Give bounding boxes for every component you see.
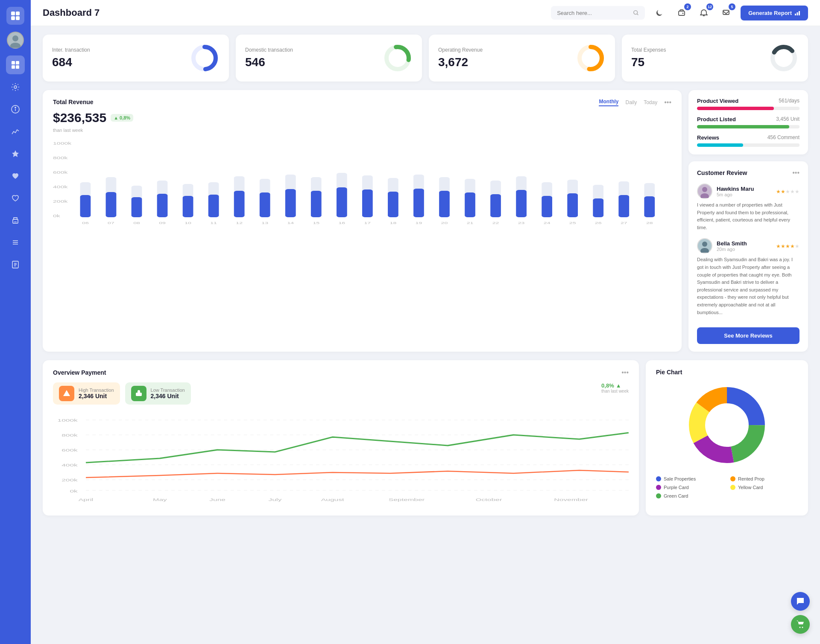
svg-text:400k: 400k [53,185,68,189]
revenue-sub: than last week [53,128,671,133]
wallet-icon-btn[interactable]: 2 [674,5,689,20]
chart-more-btn[interactable]: ••• [664,99,671,106]
stat-card-total-expenses: Total Expenses 75 [622,35,808,82]
review-item-1: Bella Smith 20m ago ★★★★★ Dealing with S… [697,238,800,316]
trans-badge-low: Low Transaction 2,346 Unit [125,382,191,405]
svg-rect-53 [132,197,142,217]
legend-dot-3 [730,485,735,490]
sidebar-item-info[interactable] [6,100,25,119]
dark-mode-toggle[interactable] [652,5,667,20]
sidebar-item-list[interactable] [6,233,25,252]
svg-text:13: 13 [261,221,268,224]
tab-daily[interactable]: Daily [625,99,637,105]
svg-rect-71 [362,189,373,217]
sidebar-item-heart[interactable] [6,166,25,185]
stat-value-3: 75 [631,55,666,69]
svg-text:18: 18 [390,221,397,224]
svg-rect-8 [16,61,19,64]
svg-text:800k: 800k [53,156,68,160]
transaction-badges: High Transaction 2,346 Unit Low Tr [53,382,629,405]
sidebar-item-settings[interactable] [6,78,25,96]
metrics-card: Product Viewed 561/days Product Listed 3… [688,90,808,154]
legend-label-2: Purple Card [664,485,689,490]
sidebar-item-analytics[interactable] [6,122,25,141]
sidebar-item-print[interactable] [6,211,25,230]
reviews-more-btn[interactable]: ••• [792,169,800,177]
legend-label-3: Yellow Card [738,485,763,490]
line-chart: 1000k 800k 600k 400k 200k 0k April May J… [53,411,629,505]
svg-text:10: 10 [184,221,191,224]
svg-rect-79 [465,192,475,217]
svg-rect-61 [234,191,245,217]
pie-legend: Sale Properties Rented Prop Purple Card … [656,476,798,498]
avatar[interactable] [7,32,24,49]
overview-header: Overview Payment ••• [53,369,629,376]
svg-rect-83 [516,190,527,217]
svg-text:27: 27 [621,221,627,224]
svg-rect-67 [311,191,322,217]
float-chat-button[interactable] [791,592,810,611]
stat-cards-row: Inter. transaction 684 Domestic transact… [43,35,808,82]
overview-pct: 0,8% [601,382,614,389]
svg-rect-31 [795,14,796,15]
svg-text:15: 15 [313,221,319,224]
low-trans-value: 2,346 Unit [151,393,185,399]
svg-rect-93 [644,196,655,217]
svg-rect-85 [542,196,552,217]
tab-today[interactable]: Today [644,99,657,105]
svg-rect-27 [679,11,685,15]
review-time-0: 5m ago [717,192,754,197]
high-trans-label: High Transaction [79,388,114,393]
customer-reviews-card: Customer Review ••• [688,161,808,352]
svg-rect-3 [16,16,20,20]
msg-badge: 5 [729,3,735,10]
metric-value-1: 3,456 Unit [776,116,800,122]
legend-dot-2 [656,485,661,490]
svg-rect-2 [11,16,15,20]
page-title: Dashboard 7 [43,7,544,18]
donut-0 [190,43,220,73]
svg-text:May: May [153,498,167,502]
svg-text:07: 07 [108,221,114,224]
sidebar-item-star[interactable] [6,144,25,163]
metric-row-2: Reviews 456 Comment [697,134,800,147]
svg-rect-123 [136,393,142,396]
svg-text:21: 21 [467,221,474,224]
float-cart-button[interactable] [791,615,810,634]
svg-rect-0 [11,12,15,15]
bell-icon-btn[interactable]: 12 [696,5,712,20]
chart-title: Total Revenue [53,99,94,105]
svg-text:25: 25 [569,221,576,224]
right-panel: Product Viewed 561/days Product Listed 3… [688,90,808,352]
svg-rect-69 [337,187,347,217]
chart-tabs: Monthly Daily Today [599,99,657,106]
svg-rect-33 [799,11,800,15]
svg-rect-65 [285,189,296,217]
metric-label-2: Reviews [697,134,719,141]
metric-value-0: 561/days [779,98,800,104]
dashboard-content: Inter. transaction 684 Domestic transact… [31,26,820,524]
svg-text:October: October [476,498,502,502]
svg-rect-87 [567,193,578,217]
legend-label-1: Rented Prop [738,476,764,481]
tab-monthly[interactable]: Monthly [599,99,618,106]
svg-point-149 [706,404,748,446]
reviews-title: Customer Review [697,169,747,176]
svg-text:11: 11 [210,221,217,224]
message-icon-btn[interactable]: 5 [718,5,734,20]
metric-bar-0 [697,107,800,110]
legend-item-0: Sale Properties [656,476,723,481]
svg-rect-75 [413,189,424,217]
stat-value-2: 3,672 [438,55,483,69]
stat-label-0: Inter. transaction [52,47,90,53]
sidebar-logo [6,7,24,25]
see-more-reviews-button[interactable]: See More Reviews [697,327,800,344]
generate-report-button[interactable]: Generate Report [741,6,808,20]
sidebar-item-dashboard[interactable] [6,55,25,74]
sidebar-item-heart2[interactable] [6,189,25,207]
metric-bar-1 [697,125,800,128]
overview-more-btn[interactable]: ••• [621,369,629,376]
sidebar-item-notes[interactable] [6,255,25,274]
svg-point-25 [634,11,638,15]
search-input[interactable] [557,10,630,16]
